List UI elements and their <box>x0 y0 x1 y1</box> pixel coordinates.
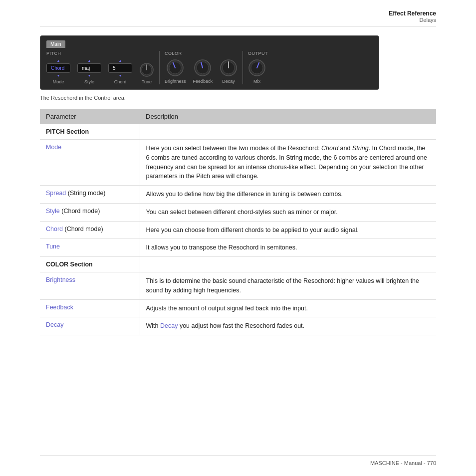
table-row: PITCH Section <box>40 124 436 140</box>
decay-group: Decay <box>220 59 238 84</box>
parameter-table: Parameter Description PITCH Section Mode… <box>40 109 436 335</box>
decay-label: Decay <box>222 79 235 84</box>
brightness-knob[interactable] <box>166 59 184 77</box>
param-mode: Mode <box>40 140 140 186</box>
table-row: Tune It allows you to transpose the Reso… <box>40 239 436 257</box>
header-title: Effect Reference <box>40 10 436 17</box>
output-section: OUTPUT Mix <box>248 51 268 84</box>
tune-label: Tune <box>142 79 152 84</box>
section-desc-pitch <box>140 124 436 140</box>
chord-dropdown[interactable]: 5 <box>108 63 132 73</box>
color-label: COLOR <box>165 51 238 56</box>
header-subtitle: Delays <box>40 17 436 23</box>
style-label: Style <box>84 79 94 84</box>
table-row: Brightness This is to determine the basi… <box>40 272 436 300</box>
desc-feedback: Adjusts the amount of output signal fed … <box>140 299 436 317</box>
plugin-controls: PITCH ▲ Chord ▼ Mode <box>46 51 373 84</box>
section-label-pitch: PITCH Section <box>40 124 140 140</box>
param-chord: Chord (Chord mode) <box>40 221 140 239</box>
param-spread: Spread (String mode) <box>40 186 140 204</box>
mode-group: ▲ Chord ▼ Mode <box>46 59 70 84</box>
page-footer: MASCHINE - Manual - 770 <box>40 456 436 466</box>
mode-label: Mode <box>53 79 64 84</box>
param-decay: Decay <box>40 317 140 335</box>
brightness-label: Brightness <box>165 79 186 84</box>
section-desc-color <box>140 257 436 272</box>
plugin-display: Main PITCH ▲ Chord ▼ Mode <box>40 35 379 90</box>
mix-group: Mix <box>248 59 266 84</box>
chord-label: Chord <box>114 79 127 84</box>
desc-tune: It allows you to transpose the Resochord… <box>140 239 436 257</box>
col-header-desc: Description <box>140 109 436 124</box>
tune-group: Tune <box>139 62 154 84</box>
mode-dropdown[interactable]: Chord <box>46 63 70 73</box>
desc-spread: Allows you to define how big the differe… <box>140 186 436 204</box>
table-row: Mode Here you can select between the two… <box>40 140 436 186</box>
pitch-label: PITCH <box>46 51 154 56</box>
footer-right: MASCHINE - Manual - 770 <box>370 460 436 466</box>
table-row: Decay With Decay you adjust how fast the… <box>40 317 436 335</box>
desc-brightness: This is to determine the basic sound cha… <box>140 272 436 300</box>
table-row: Style (Chord mode) You can select betwee… <box>40 203 436 221</box>
style-value: maj <box>82 65 90 71</box>
param-feedback: Feedback <box>40 299 140 317</box>
feedback-label: Feedback <box>193 79 213 84</box>
color-section: COLOR Brightness <box>165 51 243 84</box>
feedback-group: Feedback <box>193 59 213 84</box>
param-tune: Tune <box>40 239 140 257</box>
col-header-param: Parameter <box>40 109 140 124</box>
desc-decay: With Decay you adjust how fast the Resoc… <box>140 317 436 335</box>
mode-value: Chord <box>51 65 64 71</box>
section-label-color: COLOR Section <box>40 257 140 272</box>
mix-knob[interactable] <box>248 59 266 77</box>
desc-mode: Here you can select between the two mode… <box>140 140 436 186</box>
param-brightness: Brightness <box>40 272 140 300</box>
style-dropdown[interactable]: maj <box>77 63 101 73</box>
style-group: ▲ maj ▼ Style <box>77 59 101 84</box>
table-row: Chord (Chord mode) Here you can choose f… <box>40 221 436 239</box>
pitch-knobs-row: ▲ Chord ▼ Mode ▲ maj <box>46 59 154 84</box>
chord-group: ▲ 5 ▼ Chord <box>108 59 132 84</box>
output-label: OUTPUT <box>248 51 268 56</box>
desc-style: You can select between different chord-s… <box>140 203 436 221</box>
desc-chord: Here you can choose from different chord… <box>140 221 436 239</box>
table-row: COLOR Section <box>40 257 436 272</box>
tune-knob[interactable] <box>139 62 154 77</box>
page-header: Effect Reference Delays <box>40 10 436 26</box>
color-knobs-row: Brightness Feedback <box>165 59 238 84</box>
table-row: Feedback Adjusts the amount of output si… <box>40 299 436 317</box>
chord-value: 5 <box>113 65 116 71</box>
plugin-tab[interactable]: Main <box>46 40 65 48</box>
output-knobs-row: Mix <box>248 59 268 84</box>
decay-knob[interactable] <box>220 59 238 77</box>
table-row: Spread (String mode) Allows you to defin… <box>40 186 436 204</box>
feedback-knob[interactable] <box>194 59 212 77</box>
pitch-section: PITCH ▲ Chord ▼ Mode <box>46 51 160 84</box>
brightness-group: Brightness <box>165 59 186 84</box>
mix-label: Mix <box>253 79 260 84</box>
caption: The Resochord in the Control area. <box>40 95 436 101</box>
param-style: Style (Chord mode) <box>40 203 140 221</box>
